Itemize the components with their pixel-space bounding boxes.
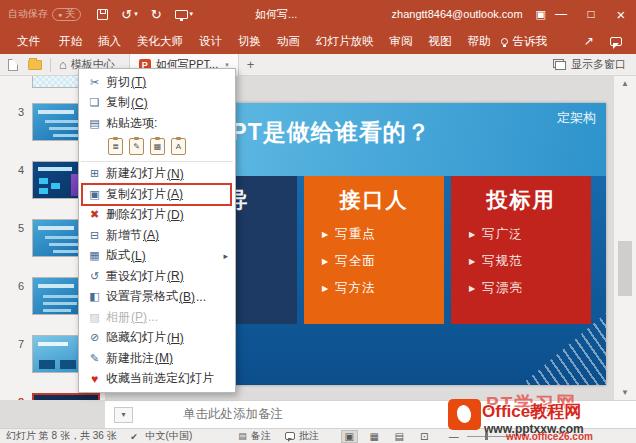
scrollbar-thumb[interactable] [618,241,632,296]
context-menu-item[interactable]: ⊘ 隐藏幻灯片 H [79,328,235,349]
tell-me-button[interactable]: 告诉我 [501,34,548,49]
context-menu-item[interactable]: ↺ 重设幻灯片 R [79,266,235,287]
vertical-scrollbar[interactable]: ▲ ▼ [613,76,636,400]
comments-toggle[interactable]: 批注 [285,429,319,443]
ribbon-tab[interactable]: 插入 [90,28,129,54]
context-menu-item[interactable]: ▦ 版式 L ▸ [79,246,235,267]
autosave-toggle[interactable]: 自动保存 ●关 [8,7,81,21]
divider [50,58,51,72]
reading-view-button[interactable]: ▤ [391,430,408,443]
context-menu-item[interactable]: ▨ 相册 P ... [79,307,235,328]
start-slideshow-button[interactable]: ▾ [175,10,194,19]
add-section-icon: ⊟ [83,229,106,242]
open-folder-icon[interactable] [28,60,42,70]
ribbon-tab[interactable]: 切换 [230,28,269,54]
context-menu-item[interactable]: ✂ 剪切 T [79,72,235,93]
layout-icon: ▦ [83,249,106,262]
menu-item-hotkey: A [167,187,183,201]
notes-toggle[interactable]: ▤ 备注 [238,429,271,443]
ribbon-tab[interactable]: 帮助 [460,28,499,54]
paste-options-row: ≣✎▦A [79,134,235,159]
spell-check-icon[interactable]: ✔ [129,431,140,442]
menu-item-hotkey: P [131,310,147,324]
lightbulb-icon [501,38,508,45]
context-menu: ✂ 剪切 T ❏ 复制 C ▤ 粘贴选项: [78,68,236,393]
ribbon-tab[interactable]: 审阅 [382,28,421,54]
maximize-button[interactable]: □ [576,0,606,28]
scroll-down-icon[interactable]: ▼ [614,388,636,397]
language-indicator[interactable]: 中文(中国) [146,429,193,443]
format-background-icon: ◧ [83,290,106,303]
zoom-slider[interactable] [467,436,513,437]
slideshow-view-button[interactable]: ⊡ [416,430,433,443]
paste-keep-text-only-icon[interactable]: A [171,138,186,155]
menu-item-hotkey: N [167,167,184,181]
menu-item-hotkey: A [143,228,159,242]
menu-item-hotkey: M [155,351,173,365]
context-menu-item[interactable]: ✖ 删除幻灯片 D [79,205,235,226]
show-windows-button[interactable]: 显示多窗口 [553,57,636,72]
normal-view-button[interactable]: ▣ [341,430,358,443]
copy-icon: ❏ [83,96,106,109]
context-menu-item[interactable]: ▤ 粘贴选项: [79,113,235,134]
zoom-slider-handle[interactable] [485,433,488,440]
context-menu-item[interactable]: ❏ 复制 C [79,93,235,114]
ribbon-tab[interactable]: 设计 [191,28,230,54]
redo-icon[interactable]: ↻ [151,7,162,22]
context-menu-item[interactable]: ⊟ 新增节 A [79,225,235,246]
bullet-item: 写漂亮 [469,280,591,297]
undo-button[interactable]: ↺▾ [121,7,137,22]
bullet-item: 写规范 [469,253,591,270]
comment-icon[interactable] [610,37,622,46]
ribbon-tab[interactable]: 幻灯片放映 [308,28,382,54]
context-menu-top-items: ✂ 剪切 T ❏ 复制 C ▤ 粘贴选项: [79,72,235,134]
comment-bubble-icon [285,432,295,440]
notes-collapse-button[interactable]: ▾ [114,407,133,423]
zoom-out-button[interactable]: — [449,431,459,442]
menu-item-label: 版式 [106,247,130,264]
scroll-up-icon[interactable]: ▲ [614,79,636,88]
share-icon[interactable]: ↗ [584,34,594,48]
ribbon-tab[interactable]: 开始 [51,28,90,54]
ribbon-tab[interactable]: 美化大师 [129,28,191,54]
ribbon-tab[interactable]: 动画 [269,28,308,54]
show-windows-label: 显示多窗口 [571,57,626,72]
ribbon-tab[interactable]: 视图 [421,28,460,54]
ribbon-tab-row: 文件开始插入美化大师设计切换动画幻灯片放映审阅视图帮助 告诉我 ↗ [0,28,636,54]
menu-item-label: 复制 [106,94,130,111]
menu-item-label: 隐藏幻灯片 [106,329,166,346]
menu-item-hotkey: H [167,331,184,345]
context-menu-item[interactable]: ▣ 复制幻灯片 A [79,184,235,205]
paste-as-picture-icon[interactable]: ▦ [150,138,165,155]
notes-placeholder[interactable]: 单击此处添加备注 [183,406,283,423]
slide-number: 8 [0,393,24,400]
save-icon[interactable] [97,9,108,20]
zoom-controls: — [449,431,513,442]
new-tab-button[interactable]: + [247,57,255,72]
slide-counter: 幻灯片 第 8 张，共 36 张 [6,429,117,443]
context-menu-item[interactable]: ♥ 收藏当前选定幻灯片 [79,369,235,390]
paste-keep-source-formatting-icon[interactable]: ✎ [129,138,144,155]
menu-item-label: 新建幻灯片 [106,165,166,182]
context-menu-item[interactable]: ✎ 新建批注 M [79,348,235,369]
slide-sorter-view-button[interactable]: ▦ [366,430,383,443]
ribbon-tab[interactable]: 文件 [6,28,51,54]
menu-item-label: 剪切 [106,74,130,91]
account-email[interactable]: zhangtt8464@outlook.com [392,8,523,20]
slide-number: 7 [0,335,24,390]
cut-icon: ✂ [83,76,106,89]
context-menu-item[interactable]: ◧ 设置背景格式 B ... [79,287,235,308]
context-menu-item[interactable]: ⊞ 新建幻灯片 N [79,164,235,185]
menu-item-label: 复制幻灯片 [106,186,166,203]
minimize-button[interactable]: — [546,0,576,28]
slide-thumbnail[interactable] [32,393,100,400]
column-bullets: 写重点写全面写方法 [304,226,444,297]
ribbon-display-options-icon[interactable]: ▣ [536,8,546,21]
comments-toggle-label: 批注 [299,429,319,443]
autosave-label: 自动保存 [8,7,48,21]
slide-number: 4 [0,161,24,216]
bullet-item: 写全面 [322,253,444,270]
close-button[interactable]: × [606,0,636,28]
new-file-icon[interactable] [8,59,18,71]
paste-use-destination-theme-icon[interactable]: ≣ [108,138,123,155]
